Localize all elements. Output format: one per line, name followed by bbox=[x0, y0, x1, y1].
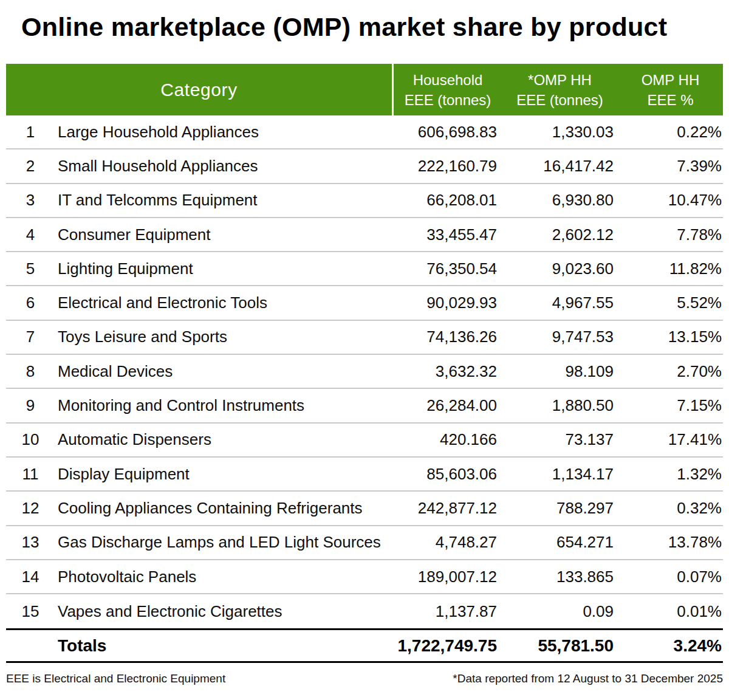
omp-hh-eee-value: 0.09 bbox=[502, 602, 618, 621]
omp-hh-pct-value: 0.07% bbox=[618, 568, 723, 586]
omp-hh-pct-value: 2.70% bbox=[618, 362, 723, 381]
category-cell: Small Household Appliances bbox=[55, 157, 392, 176]
row-number: 14 bbox=[6, 568, 55, 586]
category-cell: IT and Telcomms Equipment bbox=[55, 191, 392, 210]
category-cell: Vapes and Electronic Cigarettes bbox=[55, 602, 392, 621]
header-household-eee-line1: Household bbox=[413, 70, 483, 90]
row-number: 7 bbox=[6, 328, 55, 346]
table-row: 7 Toys Leisure and Sports 74,136.26 9,74… bbox=[6, 321, 723, 355]
omp-hh-eee-value: 1,330.03 bbox=[502, 123, 618, 142]
table-row: 15 Vapes and Electronic Cigarettes 1,137… bbox=[6, 594, 723, 628]
row-number: 5 bbox=[6, 259, 55, 278]
omp-hh-eee-value: 6,930.80 bbox=[502, 191, 618, 210]
omp-hh-pct-value: 7.15% bbox=[618, 396, 723, 415]
table-row: 4 Consumer Equipment 33,455.47 2,602.12 … bbox=[6, 218, 723, 252]
household-eee-value: 66,208.01 bbox=[392, 191, 502, 210]
row-number: 10 bbox=[6, 430, 55, 449]
omp-hh-eee-value: 788.297 bbox=[502, 499, 618, 518]
footer-note-left: EEE is Electrical and Electronic Equipme… bbox=[6, 672, 225, 685]
totals-household-value: 1,722,749.75 bbox=[392, 636, 502, 656]
omp-hh-eee-value: 4,967.55 bbox=[502, 293, 618, 312]
footer-note-right: *Data reported from 12 August to 31 Dece… bbox=[453, 672, 723, 685]
omp-hh-eee-value: 98.109 bbox=[502, 362, 618, 381]
table-row: 5 Lighting Equipment 76,350.54 9,023.60 … bbox=[6, 252, 723, 286]
row-number: 12 bbox=[6, 499, 55, 518]
category-cell: Cooling Appliances Containing Refrigeran… bbox=[55, 499, 392, 518]
omp-hh-pct-value: 13.78% bbox=[618, 533, 723, 552]
totals-label: Totals bbox=[55, 636, 392, 656]
header-omp-hh-eee: *OMP HH EEE (tonnes) bbox=[502, 64, 618, 115]
omp-hh-pct-value: 7.78% bbox=[618, 225, 723, 244]
row-number: 6 bbox=[6, 293, 55, 312]
category-cell: Consumer Equipment bbox=[55, 225, 392, 244]
header-omp-hh-pct-line1: OMP HH bbox=[642, 70, 700, 90]
table-row: 9 Monitoring and Control Instruments 26,… bbox=[6, 389, 723, 423]
table-row: 3 IT and Telcomms Equipment 66,208.01 6,… bbox=[6, 184, 723, 218]
table-row: 1 Large Household Appliances 606,698.83 … bbox=[6, 115, 723, 149]
omp-hh-pct-value: 13.15% bbox=[618, 328, 723, 346]
omp-hh-eee-value: 73.137 bbox=[502, 430, 618, 449]
footer: EEE is Electrical and Electronic Equipme… bbox=[6, 672, 723, 685]
table-row: 13 Gas Discharge Lamps and LED Light Sou… bbox=[6, 526, 723, 560]
header-omp-hh-pct-line2: EEE % bbox=[647, 90, 693, 110]
row-number: 8 bbox=[6, 362, 55, 381]
category-cell: Toys Leisure and Sports bbox=[55, 328, 392, 346]
category-cell: Large Household Appliances bbox=[55, 123, 392, 142]
category-cell: Photovoltaic Panels bbox=[55, 568, 392, 586]
omp-hh-eee-value: 1,134.17 bbox=[502, 465, 618, 484]
household-eee-value: 606,698.83 bbox=[392, 123, 502, 142]
omp-hh-eee-value: 9,747.53 bbox=[502, 328, 618, 346]
omp-hh-pct-value: 0.01% bbox=[618, 602, 723, 621]
header-household-eee-line2: EEE (tonnes) bbox=[405, 90, 491, 110]
page: Online marketplace (OMP) market share by… bbox=[0, 0, 729, 700]
category-cell: Gas Discharge Lamps and LED Light Source… bbox=[55, 533, 392, 552]
household-eee-value: 85,603.06 bbox=[392, 465, 502, 484]
row-number: 13 bbox=[6, 533, 55, 552]
category-cell: Lighting Equipment bbox=[55, 259, 392, 278]
row-number: 9 bbox=[6, 396, 55, 415]
category-cell: Monitoring and Control Instruments bbox=[55, 396, 392, 415]
table-row: 12 Cooling Appliances Containing Refrige… bbox=[6, 492, 723, 526]
table-header-row: Category Household EEE (tonnes) *OMP HH … bbox=[6, 64, 723, 115]
household-eee-value: 420.166 bbox=[392, 430, 502, 449]
omp-hh-pct-value: 5.52% bbox=[618, 293, 723, 312]
omp-hh-pct-value: 17.41% bbox=[618, 430, 723, 449]
household-eee-value: 90,029.93 bbox=[392, 293, 502, 312]
row-number: 2 bbox=[6, 157, 55, 176]
table-row: 8 Medical Devices 3,632.32 98.109 2.70% bbox=[6, 355, 723, 389]
household-eee-value: 74,136.26 bbox=[392, 328, 502, 346]
household-eee-value: 26,284.00 bbox=[392, 396, 502, 415]
category-cell: Display Equipment bbox=[55, 465, 392, 484]
table-row: 2 Small Household Appliances 222,160.79 … bbox=[6, 149, 723, 184]
category-cell: Electrical and Electronic Tools bbox=[55, 293, 392, 312]
table-row: 14 Photovoltaic Panels 189,007.12 133.86… bbox=[6, 560, 723, 594]
table-row: 11 Display Equipment 85,603.06 1,134.17 … bbox=[6, 458, 723, 492]
household-eee-value: 242,877.12 bbox=[392, 499, 502, 518]
header-category: Category bbox=[6, 64, 392, 115]
category-cell: Automatic Dispensers bbox=[55, 430, 392, 449]
omp-hh-pct-value: 0.32% bbox=[618, 499, 723, 518]
row-number: 3 bbox=[6, 191, 55, 210]
row-number: 11 bbox=[6, 465, 55, 484]
household-eee-value: 33,455.47 bbox=[392, 225, 502, 244]
category-cell: Medical Devices bbox=[55, 362, 392, 381]
omp-hh-pct-value: 1.32% bbox=[618, 465, 723, 484]
omp-hh-eee-value: 1,880.50 bbox=[502, 396, 618, 415]
header-omp-hh-eee-line2: EEE (tonnes) bbox=[516, 90, 603, 110]
header-omp-hh-pct: OMP HH EEE % bbox=[618, 64, 723, 115]
omp-hh-pct-value: 7.39% bbox=[618, 157, 723, 176]
row-number: 15 bbox=[6, 602, 55, 621]
household-eee-value: 189,007.12 bbox=[392, 568, 502, 586]
omp-market-share-table: Category Household EEE (tonnes) *OMP HH … bbox=[6, 64, 723, 663]
header-household-eee: Household EEE (tonnes) bbox=[392, 64, 502, 115]
totals-row: Totals 1,722,749.75 55,781.50 3.24% bbox=[6, 628, 723, 663]
totals-omp-value: 55,781.50 bbox=[502, 636, 618, 656]
row-number: 1 bbox=[6, 123, 55, 142]
household-eee-value: 1,137.87 bbox=[392, 602, 502, 621]
omp-hh-eee-value: 9,023.60 bbox=[502, 259, 618, 278]
household-eee-value: 3,632.32 bbox=[392, 362, 502, 381]
header-omp-hh-eee-line1: *OMP HH bbox=[528, 70, 592, 90]
omp-hh-pct-value: 0.22% bbox=[618, 123, 723, 142]
omp-hh-eee-value: 16,417.42 bbox=[502, 157, 618, 176]
household-eee-value: 222,160.79 bbox=[392, 157, 502, 176]
